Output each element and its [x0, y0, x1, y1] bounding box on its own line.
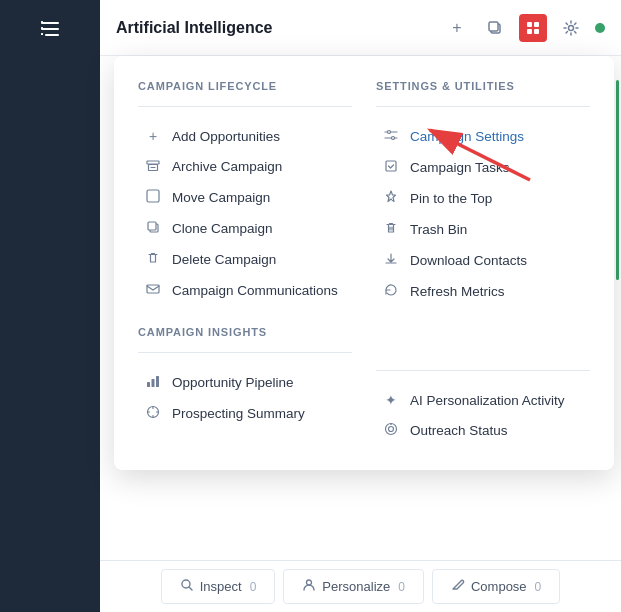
menu-item-campaign-settings[interactable]: Campaign Settings [376, 121, 590, 152]
move-campaign-label: Move Campaign [172, 190, 270, 205]
page-title: Artificial Intelligence [116, 19, 272, 37]
svg-rect-7 [489, 22, 498, 31]
svg-point-26 [386, 424, 397, 435]
svg-rect-0 [41, 22, 59, 24]
sidebar [0, 0, 100, 612]
menu-item-campaign-comms[interactable]: Campaign Communications [138, 275, 352, 306]
menu-item-opportunity-pipeline[interactable]: Opportunity Pipeline [138, 367, 352, 398]
move-icon [144, 189, 162, 206]
svg-point-12 [569, 25, 574, 30]
archive-campaign-label: Archive Campaign [172, 159, 282, 174]
pipeline-icon [144, 374, 162, 391]
personalize-icon [302, 578, 316, 595]
divider-insights-right [376, 370, 590, 371]
lifecycle-column: CAMPAIGN LIFECYCLE + Add Opportunities A [138, 80, 352, 446]
settings-section-title: SETTINGS & UTILITIES [376, 80, 590, 92]
ai-activity-label: AI Personalization Activity [410, 393, 565, 408]
settings-column: SETTINGS & UTILITIES Campaign Settings [376, 80, 590, 446]
refresh-icon [382, 283, 400, 300]
plus-icon: + [144, 128, 162, 144]
download-contacts-label: Download Contacts [410, 253, 527, 268]
divider-settings [376, 106, 590, 107]
pin-icon [382, 190, 400, 207]
menu-item-archive-campaign[interactable]: Archive Campaign [138, 151, 352, 182]
svg-point-23 [388, 131, 391, 134]
divider-lifecycle [138, 106, 352, 107]
opportunity-pipeline-label: Opportunity Pipeline [172, 375, 294, 390]
compose-label: Compose [471, 579, 527, 594]
svg-rect-21 [156, 376, 159, 387]
menu-item-pin-top[interactable]: Pin to the Top [376, 183, 590, 214]
settings-button[interactable] [557, 14, 585, 42]
personalize-label: Personalize [322, 579, 390, 594]
delete-icon [144, 251, 162, 268]
personalize-count: 0 [398, 580, 405, 594]
clone-campaign-label: Clone Campaign [172, 221, 273, 236]
svg-rect-1 [41, 28, 59, 30]
copy-button[interactable] [481, 14, 509, 42]
prospecting-icon [144, 405, 162, 422]
menu-item-campaign-tasks[interactable]: Campaign Tasks [376, 152, 590, 183]
inspect-count: 0 [250, 580, 257, 594]
outreach-icon [382, 422, 400, 439]
menu-item-refresh-metrics[interactable]: Refresh Metrics [376, 276, 590, 307]
menu-item-download-contacts[interactable]: Download Contacts [376, 245, 590, 276]
divider-insights [138, 352, 352, 353]
dropdown-menu: CAMPAIGN LIFECYCLE + Add Opportunities A [114, 56, 614, 470]
ai-icon: ✦ [382, 392, 400, 408]
add-button[interactable]: + [443, 14, 471, 42]
grid-button[interactable] [519, 14, 547, 42]
archive-icon [144, 158, 162, 175]
personalize-button[interactable]: Personalize 0 [283, 569, 424, 604]
main-content: Artificial Intelligence + [100, 0, 621, 612]
menu-item-clone-campaign[interactable]: Clone Campaign [138, 213, 352, 244]
insights-right-section: ✦ AI Personalization Activity Outreach S… [376, 327, 590, 446]
pin-top-label: Pin to the Top [410, 191, 492, 206]
svg-rect-3 [41, 21, 43, 23]
insights-section-title: CAMPAIGN INSIGHTS [138, 326, 352, 338]
menu-item-ai-activity[interactable]: ✦ AI Personalization Activity [376, 385, 590, 415]
menu-item-delete-campaign[interactable]: Delete Campaign [138, 244, 352, 275]
menu-item-move-campaign[interactable]: Move Campaign [138, 182, 352, 213]
menu-icon[interactable] [39, 18, 61, 45]
campaign-settings-label: Campaign Settings [410, 129, 524, 144]
menu-item-outreach-status[interactable]: Outreach Status [376, 415, 590, 446]
clone-icon [144, 220, 162, 237]
dropdown-columns: CAMPAIGN LIFECYCLE + Add Opportunities A [138, 80, 590, 446]
inspect-button[interactable]: Inspect 0 [161, 569, 276, 604]
menu-item-trash-bin[interactable]: Trash Bin [376, 214, 590, 245]
tasks-icon [382, 159, 400, 176]
topbar-actions: + [443, 14, 605, 42]
svg-rect-10 [527, 29, 532, 34]
menu-item-add-opportunities[interactable]: + Add Opportunities [138, 121, 352, 151]
status-dot [595, 23, 605, 33]
svg-rect-2 [45, 34, 59, 36]
svg-rect-9 [534, 22, 539, 27]
svg-point-27 [389, 427, 394, 432]
compose-button[interactable]: Compose 0 [432, 569, 560, 604]
svg-rect-8 [527, 22, 532, 27]
lifecycle-section-title: CAMPAIGN LIFECYCLE [138, 80, 352, 92]
svg-rect-11 [534, 29, 539, 34]
refresh-metrics-label: Refresh Metrics [410, 284, 505, 299]
menu-item-prospecting-summary[interactable]: Prospecting Summary [138, 398, 352, 429]
svg-rect-5 [41, 33, 43, 35]
compose-icon [451, 578, 465, 595]
email-icon [144, 282, 162, 299]
svg-point-24 [392, 137, 395, 140]
topbar: Artificial Intelligence + [100, 0, 621, 56]
svg-rect-4 [41, 27, 43, 29]
campaign-tasks-label: Campaign Tasks [410, 160, 510, 175]
svg-rect-19 [147, 382, 150, 387]
insights-section: CAMPAIGN INSIGHTS Opportunity Pipeline [138, 326, 352, 429]
bottombar: Inspect 0 Personalize 0 Compose 0 [100, 560, 621, 612]
inspect-label: Inspect [200, 579, 242, 594]
green-indicator [616, 80, 619, 280]
prospecting-summary-label: Prospecting Summary [172, 406, 305, 421]
svg-rect-25 [386, 161, 396, 171]
trash-bin-label: Trash Bin [410, 222, 467, 237]
svg-rect-18 [147, 285, 159, 293]
sliders-icon [382, 128, 400, 145]
compose-count: 0 [535, 580, 542, 594]
svg-point-31 [307, 580, 312, 585]
